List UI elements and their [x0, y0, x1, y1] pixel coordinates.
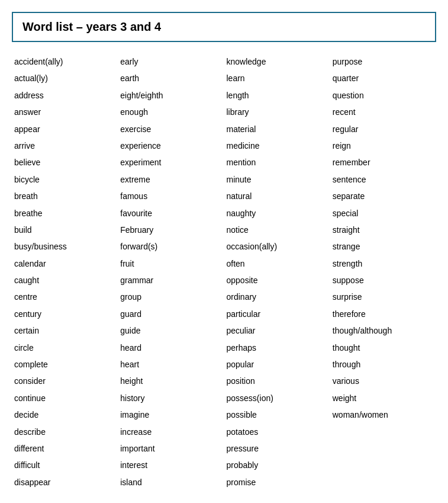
- list-item: regular: [330, 121, 436, 137]
- list-item: opposite: [224, 273, 330, 288]
- list-item: strange: [330, 239, 436, 254]
- list-item: difficult: [12, 457, 118, 473]
- list-item: increase: [118, 424, 224, 440]
- list-item: medicine: [224, 138, 330, 153]
- list-item: ordinary: [224, 289, 330, 305]
- list-item: continue: [12, 390, 118, 406]
- list-item: caught: [12, 273, 118, 288]
- list-item: experience: [118, 138, 224, 153]
- list-item: occasion(ally): [224, 239, 330, 254]
- list-item: bicycle: [12, 172, 118, 187]
- list-item: recent: [330, 104, 436, 120]
- list-item: pressure: [224, 441, 330, 456]
- list-item: guide: [118, 323, 224, 338]
- list-item: length: [224, 88, 330, 103]
- list-item: favourite: [118, 206, 224, 221]
- list-item: therefore: [330, 306, 436, 322]
- list-item: exercise: [118, 121, 224, 137]
- list-item: heard: [118, 340, 224, 355]
- list-item: appear: [12, 121, 118, 137]
- list-item: possess(ion): [224, 390, 330, 406]
- list-item: learn: [224, 71, 330, 86]
- list-item: centre: [12, 289, 118, 305]
- list-item: experiment: [118, 155, 224, 170]
- list-item: calendar: [12, 256, 118, 271]
- list-item: breath: [12, 188, 118, 204]
- list-item: quarter: [330, 71, 436, 86]
- list-item: height: [118, 373, 224, 389]
- word-column-2: earlyeartheight/eighthenoughexerciseexpe…: [118, 54, 224, 490]
- list-item: material: [224, 121, 330, 137]
- list-item: particular: [224, 306, 330, 322]
- list-item: famous: [118, 188, 224, 204]
- list-item: knowledge: [224, 54, 330, 69]
- list-item: build: [12, 222, 118, 238]
- list-item: mention: [224, 155, 330, 170]
- list-item: surprise: [330, 289, 436, 305]
- list-item: complete: [12, 357, 118, 372]
- list-item: straight: [330, 222, 436, 238]
- list-item: disappear: [12, 475, 118, 490]
- list-item: through: [330, 357, 436, 372]
- list-item: forward(s): [118, 239, 224, 254]
- list-item: earth: [118, 71, 224, 86]
- list-item: promise: [224, 475, 330, 490]
- list-item: address: [12, 88, 118, 103]
- list-item: grammar: [118, 273, 224, 288]
- word-column-1: accident(ally)actual(ly)addressanswerapp…: [12, 54, 118, 490]
- list-item: remember: [330, 155, 436, 170]
- list-item: heart: [118, 357, 224, 372]
- list-item: perhaps: [224, 340, 330, 355]
- page-container: Word list – years 3 and 4 accident(ally)…: [12, 12, 436, 490]
- list-item: woman/women: [330, 407, 436, 422]
- list-item: purpose: [330, 54, 436, 69]
- list-item: special: [330, 206, 436, 221]
- list-item: consider: [12, 373, 118, 389]
- list-item: natural: [224, 188, 330, 204]
- list-item: decide: [12, 407, 118, 422]
- list-item: early: [118, 54, 224, 69]
- list-item: breathe: [12, 206, 118, 221]
- list-item: describe: [12, 424, 118, 440]
- list-item: peculiar: [224, 323, 330, 338]
- list-item: possible: [224, 407, 330, 422]
- list-item: library: [224, 104, 330, 120]
- word-grid: accident(ally)actual(ly)addressanswerapp…: [12, 54, 436, 490]
- list-item: minute: [224, 172, 330, 187]
- word-column-3: knowledgelearnlengthlibrarymaterialmedic…: [224, 54, 330, 490]
- list-item: notice: [224, 222, 330, 238]
- list-item: extreme: [118, 172, 224, 187]
- list-item: thought: [330, 340, 436, 355]
- list-item: position: [224, 373, 330, 389]
- list-item: reign: [330, 138, 436, 153]
- list-item: busy/business: [12, 239, 118, 254]
- list-item: century: [12, 306, 118, 322]
- list-item: suppose: [330, 273, 436, 288]
- page-title: Word list – years 3 and 4: [22, 20, 161, 33]
- list-item: various: [330, 373, 436, 389]
- list-item: group: [118, 289, 224, 305]
- list-item: sentence: [330, 172, 436, 187]
- list-item: imagine: [118, 407, 224, 422]
- list-item: enough: [118, 104, 224, 120]
- list-item: interest: [118, 457, 224, 473]
- list-item: weight: [330, 390, 436, 406]
- list-item: potatoes: [224, 424, 330, 440]
- list-item: often: [224, 256, 330, 271]
- word-column-4: purposequarterquestionrecentregularreign…: [330, 54, 436, 490]
- list-item: arrive: [12, 138, 118, 153]
- list-item: circle: [12, 340, 118, 355]
- list-item: question: [330, 88, 436, 103]
- list-item: island: [118, 475, 224, 490]
- list-item: history: [118, 390, 224, 406]
- list-item: different: [12, 441, 118, 456]
- list-item: accident(ally): [12, 54, 118, 69]
- list-item: actual(ly): [12, 71, 118, 86]
- list-item: answer: [12, 104, 118, 120]
- list-item: separate: [330, 188, 436, 204]
- list-item: naughty: [224, 206, 330, 221]
- list-item: though/although: [330, 323, 436, 338]
- list-item: strength: [330, 256, 436, 271]
- list-item: fruit: [118, 256, 224, 271]
- list-item: important: [118, 441, 224, 456]
